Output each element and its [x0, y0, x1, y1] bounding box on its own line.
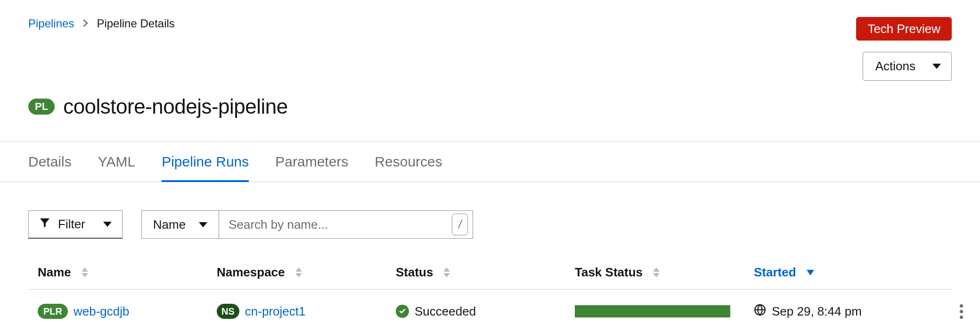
col-head-status-label: Status [396, 265, 433, 280]
search-box: / [219, 210, 473, 239]
pipeline-run-link[interactable]: web-gcdjb [74, 304, 130, 319]
table-row: PLR web-gcdjb NS cn-project1 Succeeded [28, 290, 952, 333]
col-head-task-status-label: Task Status [575, 265, 643, 280]
col-head-name-label: Name [38, 265, 71, 280]
table-header: Name Namespace Status Task Status [28, 265, 952, 290]
breadcrumb: Pipelines Pipeline Details [28, 17, 175, 30]
tab-pipeline-runs[interactable]: Pipeline Runs [162, 142, 249, 182]
search-input[interactable] [229, 217, 452, 232]
col-head-namespace[interactable]: Namespace [217, 265, 396, 280]
filter-label: Filter [58, 217, 85, 232]
tab-parameters[interactable]: Parameters [275, 142, 348, 182]
col-head-started[interactable]: Started [754, 265, 942, 280]
caret-down-icon [932, 64, 941, 69]
search-shortcut-hint: / [452, 214, 468, 235]
caret-down-icon [103, 222, 112, 227]
cell-status: Succeeded [396, 304, 575, 319]
caret-down-icon [199, 222, 207, 227]
col-head-task-status[interactable]: Task Status [575, 265, 754, 280]
search-field-label: Name [153, 217, 186, 232]
col-head-status[interactable]: Status [396, 265, 575, 280]
cell-name: PLR web-gcdjb [38, 304, 217, 319]
search-field-dropdown[interactable]: Name [141, 210, 219, 239]
actions-label: Actions [875, 59, 915, 74]
resource-badge-ns: NS [217, 304, 239, 319]
cell-started: Sep 29, 8:44 pm [754, 304, 942, 319]
col-head-started-label: Started [754, 265, 796, 280]
sort-indicator-icon [443, 267, 450, 277]
resource-badge-plr: PLR [38, 304, 68, 319]
resource-badge-pl: PL [28, 99, 55, 115]
chevron-right-icon [82, 17, 88, 30]
sort-indicator-icon [82, 267, 88, 277]
tab-resources[interactable]: Resources [375, 142, 442, 182]
row-kebab-menu[interactable] [952, 302, 971, 321]
namespace-link[interactable]: cn-project1 [245, 304, 306, 319]
sort-desc-icon [807, 270, 814, 275]
started-text: Sep 29, 8:44 pm [772, 304, 862, 319]
cell-task-status [575, 305, 754, 317]
col-head-namespace-label: Namespace [217, 265, 285, 280]
col-head-name[interactable]: Name [38, 265, 217, 280]
cell-namespace: NS cn-project1 [217, 304, 396, 319]
breadcrumb-root-link[interactable]: Pipelines [28, 17, 74, 30]
check-circle-icon [396, 305, 409, 318]
tabs: Details YAML Pipeline Runs Parameters Re… [0, 141, 980, 182]
status-text: Succeeded [415, 304, 476, 319]
tab-yaml[interactable]: YAML [98, 142, 135, 182]
tab-details[interactable]: Details [28, 142, 72, 182]
page-title: coolstore-nodejs-pipeline [63, 95, 288, 118]
sort-indicator-icon [295, 267, 302, 277]
sort-indicator-icon [653, 267, 660, 277]
globe-icon [754, 304, 766, 319]
tech-preview-badge[interactable]: Tech Preview [856, 17, 952, 41]
actions-dropdown[interactable]: Actions [863, 52, 952, 81]
filter-dropdown[interactable]: Filter [28, 210, 122, 239]
task-status-bar [575, 305, 730, 317]
breadcrumb-current: Pipeline Details [97, 17, 174, 30]
funnel-icon [39, 217, 50, 232]
